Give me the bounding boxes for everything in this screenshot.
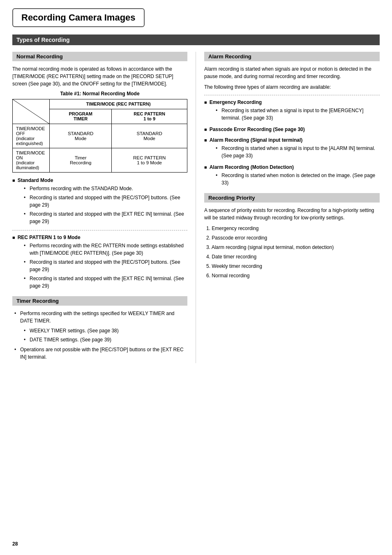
list-item: Recording is started and stopped with th…	[24, 194, 187, 209]
list-item: • Operations are not possible with the […	[14, 346, 187, 361]
list-item: 5. Weekly timer recording	[206, 263, 380, 270]
list-item: Recording is started when a signal is in…	[216, 145, 380, 159]
timer-recording-list: • Performs recording with the settings s…	[14, 310, 187, 325]
table-subcol-program: PROGRAMTIMER	[50, 109, 112, 124]
alarm-signal-section: Alarm Recording (Signal input terminal) …	[204, 137, 380, 159]
diagonal-line-icon	[13, 99, 50, 124]
list-item: Performs recording with the STANDARD Mod…	[24, 185, 187, 192]
alarm-intro-1: Alarm recording is started when signals …	[204, 65, 380, 80]
timer-recording-header: Timer Recording	[12, 296, 187, 306]
passcode-error-section: Passcode Error Recording (See page 30)	[204, 127, 380, 132]
svg-line-0	[13, 99, 50, 124]
table-col-header: TIMER/MODE (REC PATTERN)	[50, 99, 187, 109]
emergency-recording-section: Emergency Recording Recording is started…	[204, 99, 380, 122]
page-title: Recording Camera Images	[21, 12, 136, 23]
divider	[204, 95, 380, 95]
list-item: • Performs recording with the settings s…	[14, 310, 187, 325]
list-item: 4. Date timer recording	[206, 253, 380, 260]
table-subcol-recpattern: REC PATTERN1 to 9	[112, 109, 187, 124]
standard-mode-header: Standard Mode	[12, 177, 187, 183]
passcode-error-header: Passcode Error Recording (See page 30)	[204, 127, 380, 132]
rec-pattern-section: REC PATTERN 1 to 9 Mode Performs recordi…	[12, 235, 187, 290]
page-title-box: Recording Camera Images	[12, 8, 145, 27]
normal-recording-header: Normal Recording	[12, 52, 187, 61]
table-cell-row2-col1: TimerRecording	[50, 148, 112, 173]
types-of-recording-header: Types of Recording	[12, 35, 380, 45]
normal-recording-intro: The normal recording mode is operated as…	[12, 65, 187, 88]
emergency-recording-list: Recording is started when a signal is in…	[216, 107, 380, 122]
list-item: 3. Alarm recording (signal input termina…	[206, 244, 380, 251]
table-cell-row1-col1: STANDARDMode	[50, 124, 112, 148]
table-cell-row1-header: TIMER/MODE OFF(indicator extinguished)	[13, 124, 50, 148]
table-row: TIMER/MODE OFF(indicator extinguished) S…	[13, 124, 187, 148]
alarm-signal-header: Alarm Recording (Signal input terminal)	[204, 137, 380, 143]
list-item: 1. Emergency recording	[206, 225, 380, 232]
priority-list: 1. Emergency recording 2. Passcode error…	[206, 225, 380, 279]
list-item: 6. Normal recording	[206, 272, 380, 279]
table-cell-row2-header: TIMER/MODE ON(indicator illuminated)	[13, 148, 50, 173]
list-item: Recording is started when motion is dete…	[216, 172, 380, 187]
right-column: Alarm Recording Alarm recording is start…	[196, 52, 380, 363]
timer-recording-sub-list: • WEEKLY TIMER settings. (See page 38) •…	[24, 327, 187, 343]
list-item: Performs recording with the REC PATTERN …	[24, 242, 187, 257]
alarm-recording-header: Alarm Recording	[204, 52, 380, 61]
recording-priority-section: Recording Priority A sequence of priorit…	[204, 193, 380, 279]
list-item: 2. Passcode error recording	[206, 234, 380, 242]
alarm-signal-list: Recording is started when a signal is in…	[216, 145, 380, 159]
standard-mode-list: Performs recording with the STANDARD Mod…	[24, 185, 187, 225]
main-content: Normal Recording The normal recording mo…	[12, 52, 380, 363]
page-number: 28	[12, 541, 18, 547]
left-column: Normal Recording The normal recording mo…	[12, 52, 196, 363]
table-row: TIMER/MODE ON(indicator illuminated) Tim…	[13, 148, 187, 173]
alarm-motion-header: Alarm Recording (Motion Detection)	[204, 164, 380, 170]
list-item: Recording is started and stopped with th…	[24, 275, 187, 290]
divider	[12, 230, 187, 230]
standard-mode-section: Standard Mode Performs recording with th…	[12, 177, 187, 225]
alarm-motion-section: Alarm Recording (Motion Detection) Recor…	[204, 164, 380, 187]
table-cell-row1-col2: STANDARDMode	[112, 124, 187, 148]
timer-recording-bottom-list: • Operations are not possible with the […	[14, 346, 187, 361]
list-item: Recording is started and stopped with th…	[24, 258, 187, 273]
list-item: Recording is started when a signal is in…	[216, 107, 380, 122]
table-caption: Table #1: Normal Recording Mode	[12, 91, 187, 97]
table-cell-row2-col2: REC PATTERN1 to 9 Mode	[112, 148, 187, 173]
emergency-recording-header: Emergency Recording	[204, 99, 380, 105]
rec-pattern-header: REC PATTERN 1 to 9 Mode	[12, 235, 187, 240]
timer-recording-section: Timer Recording • Performs recording wit…	[12, 296, 187, 361]
list-item: • DATE TIMER settings. (See page 39)	[24, 336, 187, 343]
rec-pattern-list: Performs recording with the REC PATTERN …	[24, 242, 187, 290]
alarm-intro-2: The following three types of alarm recor…	[204, 83, 380, 91]
alarm-motion-list: Recording is started when motion is dete…	[216, 172, 380, 187]
normal-recording-table: TIMER/MODE (REC PATTERN) PROGRAMTIMER RE…	[12, 99, 187, 173]
recording-priority-header: Recording Priority	[204, 193, 380, 203]
list-item: • WEEKLY TIMER settings. (See page 38)	[24, 327, 187, 334]
recording-priority-intro: A sequence of priority exists for record…	[204, 207, 380, 221]
list-item: Recording is started and stopped with th…	[24, 210, 187, 225]
